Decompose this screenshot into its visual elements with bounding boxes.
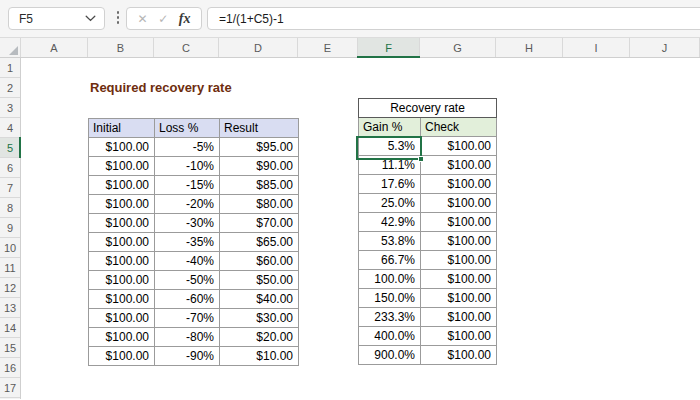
- cell[interactable]: -10%: [155, 157, 220, 176]
- cell[interactable]: $20.00: [220, 328, 299, 347]
- cell[interactable]: 25.0%: [359, 194, 421, 213]
- cell[interactable]: $100.00: [89, 138, 155, 157]
- cell[interactable]: $100.00: [421, 289, 497, 308]
- cell[interactable]: 66.7%: [359, 251, 421, 270]
- cell[interactable]: $100.00: [89, 347, 155, 366]
- recovery-rate-title-cell[interactable]: Recovery rate: [359, 99, 497, 118]
- cell[interactable]: -40%: [155, 252, 220, 271]
- cell[interactable]: $65.00: [220, 233, 299, 252]
- row-header-13[interactable]: 13: [0, 298, 20, 318]
- row-header-4[interactable]: 4: [0, 118, 20, 138]
- cell[interactable]: $100.00: [421, 175, 497, 194]
- cell[interactable]: 233.3%: [359, 308, 421, 327]
- sheet-title[interactable]: Required recovery rate: [90, 78, 232, 98]
- cell[interactable]: -60%: [155, 290, 220, 309]
- cell[interactable]: 17.6%: [359, 175, 421, 194]
- row-header-14[interactable]: 14: [0, 318, 20, 338]
- cell[interactable]: $100.00: [89, 271, 155, 290]
- row-header-2[interactable]: 2: [0, 78, 20, 98]
- row-header-5[interactable]: 5: [0, 138, 20, 158]
- row-header-17[interactable]: 17: [0, 378, 20, 398]
- cell[interactable]: $100.00: [421, 251, 497, 270]
- cell[interactable]: -80%: [155, 328, 220, 347]
- sheet-canvas[interactable]: Required recovery rate Initial Loss % Re…: [21, 58, 700, 399]
- cell[interactable]: $100.00: [89, 157, 155, 176]
- column-header-A[interactable]: A: [21, 38, 88, 57]
- row-header-1[interactable]: 1: [0, 58, 20, 78]
- cell[interactable]: $60.00: [220, 252, 299, 271]
- cell[interactable]: $100.00: [421, 213, 497, 232]
- cell[interactable]: 42.9%: [359, 213, 421, 232]
- cell[interactable]: $50.00: [220, 271, 299, 290]
- cell[interactable]: 400.0%: [359, 327, 421, 346]
- cell[interactable]: $80.00: [220, 195, 299, 214]
- formula-input[interactable]: =1/(1+C5)-1: [207, 7, 700, 30]
- column-header-D[interactable]: D: [219, 38, 298, 57]
- header-initial[interactable]: Initial: [89, 119, 155, 138]
- column-header-F[interactable]: F: [358, 38, 420, 57]
- cell[interactable]: $100.00: [89, 309, 155, 328]
- cell[interactable]: $10.00: [220, 347, 299, 366]
- row-header-11[interactable]: 11: [0, 258, 20, 278]
- cell[interactable]: -20%: [155, 195, 220, 214]
- header-result[interactable]: Result: [220, 119, 299, 138]
- cell[interactable]: $100.00: [421, 308, 497, 327]
- row-header-10[interactable]: 10: [0, 238, 20, 258]
- cell[interactable]: -50%: [155, 271, 220, 290]
- cell[interactable]: $85.00: [220, 176, 299, 195]
- cell[interactable]: $100.00: [421, 137, 497, 156]
- row-header-3[interactable]: 3: [0, 98, 20, 118]
- cell[interactable]: $100.00: [421, 194, 497, 213]
- select-all-corner[interactable]: [0, 38, 21, 57]
- more-options-icon[interactable]: [114, 11, 122, 24]
- cell[interactable]: 100.0%: [359, 270, 421, 289]
- cell[interactable]: 150.0%: [359, 289, 421, 308]
- name-box[interactable]: F5: [8, 7, 105, 30]
- cell[interactable]: -70%: [155, 309, 220, 328]
- header-loss[interactable]: Loss %: [155, 119, 220, 138]
- cell[interactable]: $100.00: [89, 214, 155, 233]
- cell[interactable]: $100.00: [89, 290, 155, 309]
- cell[interactable]: 53.8%: [359, 232, 421, 251]
- enter-icon[interactable]: ✓: [158, 13, 168, 25]
- insert-function-icon[interactable]: fx: [179, 11, 191, 27]
- cell[interactable]: -5%: [155, 138, 220, 157]
- row-header-15[interactable]: 15: [0, 338, 20, 358]
- cell[interactable]: $100.00: [421, 232, 497, 251]
- row-header-16[interactable]: 16: [0, 358, 20, 378]
- cell[interactable]: $70.00: [220, 214, 299, 233]
- cell[interactable]: 5.3%: [359, 137, 421, 156]
- cell[interactable]: 11.1%: [359, 156, 421, 175]
- row-header-9[interactable]: 9: [0, 218, 20, 238]
- chevron-down-icon[interactable]: [85, 15, 96, 22]
- row-header-12[interactable]: 12: [0, 278, 20, 298]
- cell[interactable]: $100.00: [89, 233, 155, 252]
- cell[interactable]: $100.00: [421, 156, 497, 175]
- column-header-C[interactable]: C: [154, 38, 219, 57]
- column-header-E[interactable]: E: [298, 38, 358, 57]
- cell[interactable]: -15%: [155, 176, 220, 195]
- cell[interactable]: 900.0%: [359, 346, 421, 365]
- cell[interactable]: -90%: [155, 347, 220, 366]
- fill-handle[interactable]: [418, 156, 424, 162]
- cell[interactable]: $100.00: [89, 328, 155, 347]
- column-header-G[interactable]: G: [420, 38, 496, 57]
- cancel-icon[interactable]: ✕: [138, 13, 148, 25]
- row-header-7[interactable]: 7: [0, 178, 20, 198]
- cell[interactable]: $100.00: [89, 176, 155, 195]
- header-gain[interactable]: Gain %: [359, 118, 421, 137]
- cell[interactable]: $90.00: [220, 157, 299, 176]
- cell[interactable]: $100.00: [421, 327, 497, 346]
- cell[interactable]: $95.00: [220, 138, 299, 157]
- cell[interactable]: $100.00: [89, 195, 155, 214]
- cell[interactable]: $100.00: [421, 270, 497, 289]
- column-header-H[interactable]: H: [496, 38, 563, 57]
- header-check[interactable]: Check: [421, 118, 497, 137]
- cell[interactable]: $30.00: [220, 309, 299, 328]
- row-header-8[interactable]: 8: [0, 198, 20, 218]
- column-header-J[interactable]: J: [630, 38, 700, 57]
- cell[interactable]: -30%: [155, 214, 220, 233]
- cell[interactable]: $40.00: [220, 290, 299, 309]
- cell[interactable]: -35%: [155, 233, 220, 252]
- cell[interactable]: $100.00: [89, 252, 155, 271]
